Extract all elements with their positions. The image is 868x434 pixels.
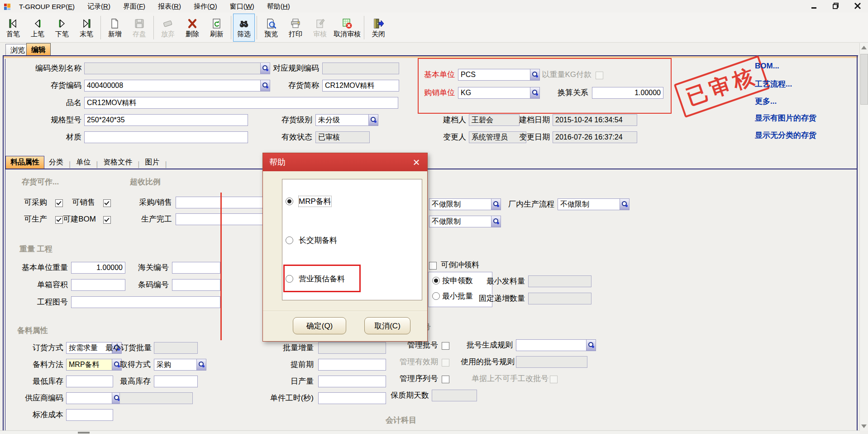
toolbar-next-button[interactable]: 下笔 xyxy=(50,14,74,42)
link-show-unclassified[interactable]: 显示无分类的存货 xyxy=(755,130,816,140)
sellable-checkbox[interactable] xyxy=(103,199,111,207)
dialog-cancel-button[interactable]: 取消(C) xyxy=(364,317,410,334)
toolbar-preview-button[interactable]: 预览 xyxy=(259,14,283,42)
product-name-field[interactable]: CR12MOV精料 xyxy=(84,97,398,109)
radio-icon[interactable] xyxy=(286,236,293,244)
toolbar-prev-button[interactable]: 上笔 xyxy=(25,14,50,42)
vertical-scrollbar[interactable] xyxy=(859,43,868,431)
inventory-shortname-field[interactable]: CR12MOV精料 xyxy=(322,80,399,92)
field-label: 编码类别名称 xyxy=(9,63,81,74)
trade-unit-field[interactable]: KG xyxy=(458,87,540,99)
hscroll-thumb[interactable] xyxy=(78,432,90,434)
subtab-item-properties[interactable]: 料品属性 xyxy=(5,156,44,169)
field-label: 对应规则编码 xyxy=(267,63,319,74)
manage-serial-checkbox[interactable] xyxy=(442,376,449,383)
conversion-field[interactable]: 1.00000 xyxy=(592,87,663,99)
subtab-item-qualification[interactable]: 资格文件 xyxy=(99,156,137,169)
radio-icon[interactable] xyxy=(286,198,293,205)
supplier-name-field xyxy=(119,392,193,404)
dialog-option-long-lead[interactable]: 长交期备料 xyxy=(286,236,337,245)
scrollbar-thumb[interactable] xyxy=(860,54,868,105)
spec-model-field[interactable]: 250*240*35 xyxy=(84,114,248,126)
link-more[interactable]: 更多... xyxy=(755,96,777,106)
backflush-checkbox[interactable] xyxy=(429,262,437,270)
scroll-up-icon[interactable] xyxy=(861,46,867,49)
menu-item-interface[interactable]: 界面(F) xyxy=(118,1,151,12)
toolbar-filter-button[interactable]: 筛选 xyxy=(233,14,255,42)
toolbar-last-button[interactable]: 末笔 xyxy=(74,14,99,42)
lead-time-field[interactable] xyxy=(318,359,386,371)
tab-edit[interactable]: 编辑 xyxy=(26,43,51,56)
dialog-close-icon[interactable]: × xyxy=(410,156,423,169)
rule-code-field[interactable] xyxy=(322,63,399,74)
toolbar-print-button[interactable]: 打印 xyxy=(283,14,308,42)
lookup-icon[interactable] xyxy=(491,216,501,227)
inventory-code-field[interactable]: 400400008 xyxy=(84,80,270,92)
inventory-level-field[interactable]: 未分级 xyxy=(315,114,378,126)
lookup-icon[interactable] xyxy=(586,340,596,351)
lookup-icon[interactable] xyxy=(530,87,539,98)
link-bom[interactable]: BOM... xyxy=(755,62,779,71)
base-unit-weight-field[interactable]: 1.00000 xyxy=(71,262,125,274)
minimize-button[interactable] xyxy=(808,1,820,11)
lookup-icon[interactable] xyxy=(620,199,629,210)
subtab-item-category[interactable]: 分类 xyxy=(44,156,68,169)
toolbar-abandon-button: 放弃 xyxy=(156,14,180,42)
min-batch-radio[interactable] xyxy=(432,292,440,300)
toolbar-cancel-audit-button[interactable]: 取消审核 xyxy=(332,14,362,42)
dialog-option-mrp[interactable]: MRP备料 xyxy=(286,197,331,206)
base-unit-field[interactable]: PCS xyxy=(458,69,540,81)
by-request-radio[interactable] xyxy=(432,277,440,285)
dialog-titlebar[interactable]: 帮助 xyxy=(263,153,427,171)
menu-item-help[interactable]: 帮助(H) xyxy=(262,1,296,12)
producible-checkbox[interactable] xyxy=(55,216,63,224)
restore-button[interactable] xyxy=(830,1,842,11)
material-field[interactable] xyxy=(84,131,248,143)
limit-field-1[interactable]: 不做限制 xyxy=(429,198,501,210)
bom-checkbox[interactable] xyxy=(103,216,111,224)
drawing-no-field[interactable] xyxy=(71,296,220,308)
supplier-code-field[interactable] xyxy=(66,392,122,404)
scroll-down-icon[interactable] xyxy=(861,424,867,428)
dialog-ok-button[interactable]: 确定(Q) xyxy=(293,317,346,334)
customs-code-field[interactable] xyxy=(172,262,220,274)
panel-left-border xyxy=(3,55,4,431)
link-show-with-image[interactable]: 显示有图片的存货 xyxy=(755,113,816,123)
field-label: 变更日期 xyxy=(507,131,550,143)
menu-item-operate[interactable]: 操作(O) xyxy=(188,1,223,12)
field-label: 条码编号 xyxy=(136,279,169,291)
horizontal-scrollbar[interactable] xyxy=(0,430,860,434)
link-process-flow[interactable]: 工艺流程... xyxy=(755,79,792,89)
barcode-field[interactable] xyxy=(172,279,220,291)
pay-by-kg-checkbox[interactable] xyxy=(596,72,603,79)
purchasable-checkbox[interactable] xyxy=(55,199,63,207)
menu-item-record[interactable]: 记录(R) xyxy=(82,1,116,12)
subtab-item-unit[interactable]: 单位 xyxy=(72,156,95,169)
toolbar-close-button[interactable]: 关闭 xyxy=(366,14,391,42)
daily-output-field[interactable] xyxy=(318,376,386,387)
max-stock-field[interactable] xyxy=(154,376,198,387)
menu-item-window[interactable]: 窗口(W) xyxy=(224,1,260,12)
toolbar-new-button[interactable]: 新增 xyxy=(103,14,127,42)
factory-flow-field[interactable]: 不做限制 xyxy=(558,198,630,210)
category-name-field[interactable] xyxy=(84,63,270,74)
checkbox-label: 管理有效期 xyxy=(398,356,438,368)
min-issue-field xyxy=(528,275,591,287)
toolbar-first-button[interactable]: 首笔 xyxy=(1,14,25,42)
manage-batch-checkbox[interactable] xyxy=(442,342,449,350)
lookup-icon[interactable] xyxy=(368,115,378,125)
lookup-icon[interactable] xyxy=(530,69,539,80)
menu-item-report[interactable]: 报表(R) xyxy=(153,1,186,12)
box-volume-field[interactable] xyxy=(71,279,125,291)
close-button[interactable] xyxy=(852,1,863,11)
limit-field-2[interactable]: 不做限制 xyxy=(429,216,501,227)
lookup-icon[interactable] xyxy=(196,359,206,370)
subtab-item-image[interactable]: 图片 xyxy=(140,156,164,169)
toolbar-delete-button[interactable]: 删除 xyxy=(180,14,205,42)
toolbar-refresh-button[interactable]: 刷新 xyxy=(205,14,229,42)
unit-time-field[interactable] xyxy=(318,392,386,404)
menu-item-app[interactable]: T-GROUP ERP(E) xyxy=(14,1,80,12)
batch-rule-field[interactable] xyxy=(516,339,596,351)
standard-cost-field[interactable] xyxy=(66,409,113,421)
acquire-mode-field[interactable]: 采购 xyxy=(154,359,206,371)
